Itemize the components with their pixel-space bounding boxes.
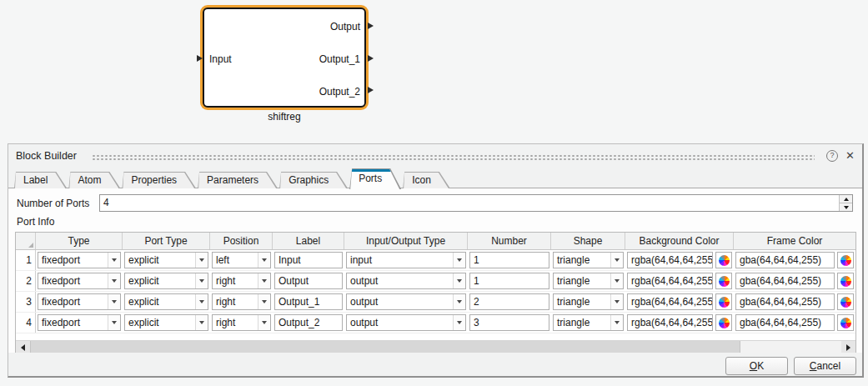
chevron-down-icon[interactable] [258, 315, 270, 330]
shape-combobox[interactable]: triangle [553, 252, 624, 268]
scroll-right-button[interactable] [841, 341, 855, 353]
frame-color-picker-button[interactable] [837, 273, 854, 289]
spin-up-button[interactable] [840, 195, 852, 203]
background-color-picker-button[interactable] [715, 252, 732, 268]
col-header-port-type[interactable]: Port Type [123, 233, 210, 249]
number-field[interactable]: 1 [469, 273, 549, 289]
port-type-combobox[interactable]: explicit [124, 252, 208, 268]
scroll-left-button[interactable] [16, 341, 30, 353]
chevron-down-icon[interactable] [258, 294, 270, 309]
shape-combobox[interactable]: triangle [553, 273, 624, 289]
tab-parameters[interactable]: Parameters [198, 172, 278, 188]
tab-properties[interactable]: Properties [122, 172, 196, 188]
port-type-combobox[interactable]: explicit [124, 314, 208, 331]
table-corner-button[interactable] [16, 233, 36, 249]
input-port-arrow-icon[interactable] [197, 55, 203, 62]
background-color-picker-button[interactable] [715, 273, 732, 289]
io-type-combobox[interactable]: output [346, 293, 466, 310]
chevron-down-icon[interactable] [453, 315, 465, 330]
frame-color-field[interactable]: gba(64,64,64,255) [735, 314, 835, 331]
number-of-ports-spinbox[interactable]: 4 [99, 194, 853, 212]
output-2-port-arrow-icon[interactable] [368, 87, 374, 93]
number-field[interactable]: 2 [469, 293, 549, 310]
chevron-down-icon[interactable] [610, 273, 623, 288]
col-header-type[interactable]: Type [36, 233, 123, 249]
col-header-frame-color[interactable]: Frame Color [734, 233, 855, 249]
output-port-arrow-icon[interactable] [368, 23, 374, 29]
number-field[interactable]: 3 [469, 314, 549, 331]
col-header-label[interactable]: Label [273, 233, 344, 249]
shiftreg-block[interactable]: Input Output Output_1 Output_2 [203, 8, 366, 108]
type-combobox[interactable]: fixedport [38, 273, 121, 289]
type-combobox[interactable]: fixedport [38, 314, 121, 331]
background-color-field[interactable]: rgba(64,64,64,255) [627, 252, 713, 268]
output-1-port-arrow-icon[interactable] [368, 55, 374, 62]
row-number[interactable]: 3 [16, 292, 36, 312]
col-header-io-type[interactable]: Input/Output Type [344, 233, 468, 249]
panel-titlebar[interactable]: Block Builder ? ✕ [8, 144, 862, 168]
shape-combobox[interactable]: triangle [553, 293, 624, 310]
col-header-number[interactable]: Number [468, 233, 551, 249]
tab-ports[interactable]: Ports [349, 168, 401, 189]
close-icon[interactable]: ✕ [845, 150, 855, 162]
background-color-field[interactable]: rgba(64,64,64,255) [627, 273, 713, 289]
io-type-combobox[interactable]: output [346, 273, 466, 289]
position-combobox[interactable]: left [212, 252, 271, 268]
label-field[interactable]: Output_2 [274, 314, 343, 331]
label-field[interactable]: Output [274, 273, 343, 289]
frame-color-picker-button[interactable] [837, 293, 854, 310]
port-type-combobox[interactable]: explicit [124, 293, 208, 310]
label-field[interactable]: Input [274, 252, 343, 268]
spin-down-button[interactable] [840, 203, 852, 211]
col-header-background-color[interactable]: Background Color [625, 233, 734, 249]
row-number[interactable]: 1 [16, 250, 36, 270]
cancel-button[interactable]: Cancel [794, 357, 856, 375]
background-color-picker-button[interactable] [715, 293, 732, 310]
type-combobox[interactable]: fixedport [38, 293, 121, 310]
scrollbar-thumb[interactable] [30, 341, 740, 353]
frame-color-field[interactable]: gba(64,64,64,255) [735, 293, 835, 310]
io-type-combobox[interactable]: input [346, 252, 466, 268]
background-color-field[interactable]: rgba(64,64,64,255) [627, 314, 713, 331]
background-color-field[interactable]: rgba(64,64,64,255) [627, 293, 713, 310]
shape-combobox[interactable]: triangle [553, 314, 624, 331]
row-number[interactable]: 4 [16, 313, 36, 333]
label-field[interactable]: Output_1 [274, 293, 343, 310]
ok-button[interactable]: OK [725, 357, 788, 375]
chevron-down-icon[interactable] [610, 315, 623, 330]
frame-color-field[interactable]: gba(64,64,64,255) [735, 252, 835, 268]
chevron-down-icon[interactable] [108, 294, 120, 309]
drag-handle-dots[interactable] [92, 154, 815, 160]
number-of-ports-value[interactable]: 4 [100, 195, 839, 211]
type-combobox[interactable]: fixedport [38, 252, 121, 268]
tab-label[interactable]: Label [14, 172, 67, 188]
chevron-down-icon[interactable] [610, 253, 623, 268]
chevron-down-icon[interactable] [453, 253, 465, 268]
position-combobox[interactable]: right [212, 314, 271, 331]
chevron-down-icon[interactable] [195, 294, 208, 309]
col-header-position[interactable]: Position [210, 233, 273, 249]
horizontal-scrollbar[interactable] [16, 340, 855, 353]
frame-color-picker-button[interactable] [837, 314, 854, 331]
position-combobox[interactable]: right [212, 293, 271, 310]
frame-color-picker-button[interactable] [837, 252, 854, 268]
tab-graphics[interactable]: Graphics [279, 172, 348, 188]
background-color-picker-button[interactable] [715, 314, 732, 331]
tab-atom[interactable]: Atom [68, 172, 120, 188]
chevron-down-icon[interactable] [258, 273, 270, 288]
number-field[interactable]: 1 [469, 252, 549, 268]
col-header-shape[interactable]: Shape [551, 233, 625, 249]
chevron-down-icon[interactable] [195, 253, 208, 268]
chevron-down-icon[interactable] [195, 315, 208, 330]
io-type-combobox[interactable]: output [346, 314, 466, 331]
frame-color-field[interactable]: gba(64,64,64,255) [735, 273, 835, 289]
chevron-down-icon[interactable] [195, 273, 208, 288]
port-type-combobox[interactable]: explicit [124, 273, 208, 289]
chevron-down-icon[interactable] [258, 253, 270, 268]
position-combobox[interactable]: right [212, 273, 271, 289]
help-icon[interactable]: ? [826, 150, 838, 162]
chevron-down-icon[interactable] [610, 294, 623, 309]
chevron-down-icon[interactable] [108, 253, 120, 268]
row-number[interactable]: 2 [16, 271, 36, 291]
chevron-down-icon[interactable] [453, 294, 465, 309]
